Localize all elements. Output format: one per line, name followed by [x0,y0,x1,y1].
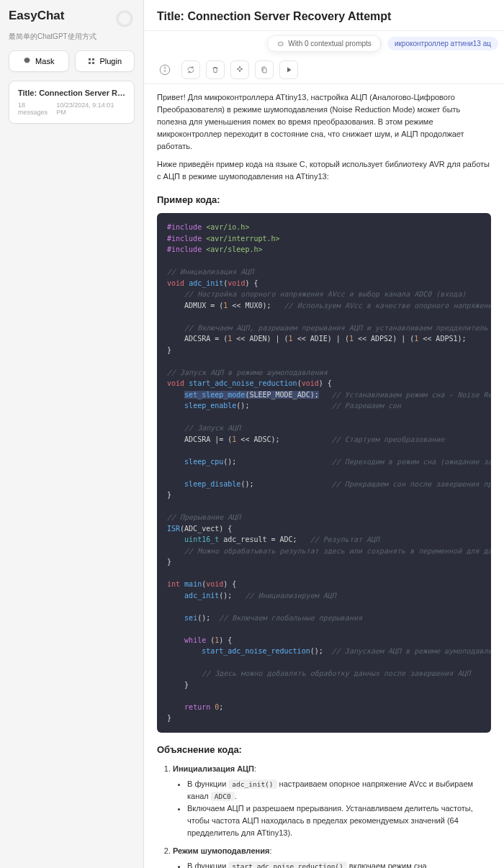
conversation-meta: 18 messages 10/23/2024, 9:14:01 PM [18,101,125,116]
svg-rect-0 [89,58,91,60]
list-item: В функции start_adc_noise_reduction() вк… [187,860,491,868]
play-icon [284,65,293,74]
list-item: Режим шумоподавления: В функции start_ad… [173,845,491,868]
mask-button[interactable]: Mask [9,50,69,72]
pin-icon [235,65,244,74]
toolbar [144,56,504,84]
svg-point-6 [282,44,282,45]
refresh-icon [186,65,195,74]
explanation-list: Инициализация АЦП: В функции adc_init() … [157,763,491,868]
sidebar-buttons: Mask Plugin [9,50,135,72]
svg-rect-3 [92,62,94,64]
prompt-pill[interactable]: икроконтроллер аттини13 ац [387,37,498,50]
plugin-button[interactable]: Plugin [75,50,135,72]
mask-icon [23,57,32,65]
contextual-text: With 0 contextual prompts [288,40,372,48]
intro-text: Привет! Для микроконтроллера ATtiny13, н… [157,91,491,153]
list-item: Включаем АЦП и разрешаем прерывания. Уст… [187,803,491,839]
section-heading: Пример кода: [157,193,491,207]
inline-code: adc_init() [228,779,276,789]
sidebar: EasyChat 最简单的ChatGPT使用方式 Mask Plugin Tit… [0,0,144,868]
app-subtitle: 最简单的ChatGPT使用方式 [9,32,135,42]
robot-icon [276,40,284,48]
list-item: Инициализация АЦП: В функции adc_init() … [173,763,491,839]
page-title: Title: Connection Server Recovery Attemp… [157,10,491,23]
svg-rect-4 [278,42,282,46]
copy-icon [260,65,269,74]
conversation-msg-count: 18 messages [18,101,56,116]
mask-label: Mask [35,57,54,65]
copy-button[interactable] [255,60,274,79]
plugin-label: Plugin [99,57,122,65]
svg-rect-2 [89,62,91,64]
main-header: Title: Connection Server Recovery Attemp… [144,0,504,31]
refresh-button[interactable] [181,60,200,79]
plugin-icon [87,57,96,65]
pin-button[interactable] [230,60,249,79]
conversation-title: Title: Connection Server Recove… [18,89,125,97]
main: Title: Connection Server Recovery Attemp… [144,0,504,868]
section-heading: Объяснение кода: [157,743,491,757]
message-content: Привет! Для микроконтроллера ATtiny13, н… [144,84,504,868]
contextual-badge[interactable]: With 0 contextual prompts [267,35,381,52]
gpt-icon [157,62,173,78]
prompt-bar: привет, икроконтроллер аттини13 ац With … [144,31,504,56]
svg-rect-8 [263,68,266,73]
app-title: EasyChat [9,9,64,23]
inline-code: start_adc_noise_reduction() [228,862,346,868]
trash-icon [211,65,220,74]
intro-text: Ниже приведён пример кода на языке C, ко… [157,158,491,183]
conversation-timestamp: 10/23/2024, 9:14:01 PM [56,101,125,116]
inline-code: ADC0 [211,792,235,801]
sidebar-header: EasyChat [9,9,135,29]
svg-rect-1 [92,58,94,60]
code-block[interactable]: #include <avr/io.h> #include <avr/interr… [157,213,491,733]
svg-point-5 [279,44,280,45]
delete-button[interactable] [206,60,225,79]
conversation-item[interactable]: Title: Connection Server Recove… 18 mess… [9,81,135,124]
list-item: В функции adc_init() настраиваем опорное… [187,778,491,803]
openai-logo-icon [114,9,135,29]
play-button[interactable] [279,60,298,79]
